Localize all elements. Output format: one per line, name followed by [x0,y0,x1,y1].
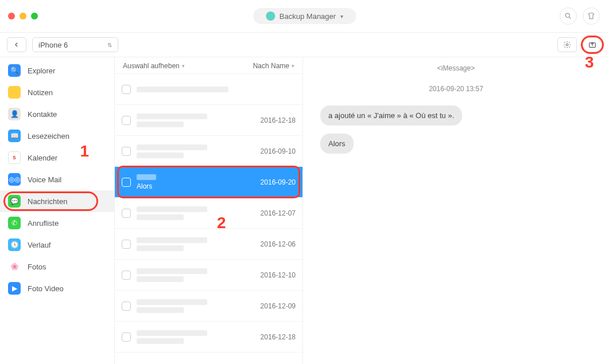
message-detail: <iMessage> 2016-09-20 13:57 a ajouté un … [303,57,609,364]
magnifier-icon: 🔍 [8,64,21,77]
sidebar-item-label: Lesezeichen [28,132,69,140]
backup-manager-icon [266,11,275,21]
sidebar-item-label: Notizen [28,88,53,97]
messages-icon: 💬 [8,195,21,208]
sidebar-item-anrufliste[interactable]: ✆Anrufliste [0,212,114,234]
row-date: 2016-09-20 [261,178,296,186]
list-item[interactable]: 2016-12-10 [115,260,302,291]
sort-button[interactable]: Nach Name▾ [253,62,294,70]
message-list: Auswahl aufheben▾ Nach Name▾ 2 2016-12-1… [115,57,303,364]
annotation-1: 1 [80,142,89,161]
message-bubble: Alors [320,134,354,154]
chevron-down-icon: ▾ [182,63,185,69]
sidebar-item-kontakte[interactable]: 👤Kontakte [0,103,114,125]
sidebar-item-label: Nachrichten [28,197,67,206]
list-item-selected[interactable]: Alors2016-09-20 [115,167,302,198]
sidebar-item-label: Kontakte [28,110,57,119]
annotation-3: 3 [585,53,594,72]
row-checkbox[interactable] [122,209,131,218]
svg-point-2 [566,44,568,46]
contacts-icon: 👤 [8,108,21,120]
sidebar-item-lesezeichen[interactable]: 📖Lesezeichen [0,125,114,147]
voicemail-icon: ◎◎ [8,173,21,186]
fullscreen-window-button[interactable] [31,13,38,19]
row-checkbox[interactable] [122,85,131,94]
sidebar-item-verlauf[interactable]: 🕓Verlauf [0,234,114,256]
sidebar-item-label: Explorer [28,66,55,75]
mode-selector[interactable]: Backup Manager ▾ [253,8,356,24]
photos-icon: 🌸 [8,260,21,273]
row-date: 2016-12-18 [261,116,296,124]
export-icon [588,41,597,49]
phone-icon: ✆ [8,217,21,229]
sidebar-item-label: Kalender [28,154,57,162]
row-date: 2016-12-07 [261,209,296,217]
row-checkbox[interactable] [122,302,131,311]
shop-button[interactable] [583,7,600,25]
sidebar-item-label: Foto Video [28,284,64,293]
row-checkbox[interactable] [122,116,131,125]
sidebar-item-label: Anrufliste [28,219,59,228]
close-window-button[interactable] [8,13,15,19]
svg-line-1 [569,17,571,19]
updown-icon: ⇅ [107,42,112,48]
device-selector[interactable]: iPhone 6 ⇅ [32,37,118,52]
row-checkbox[interactable] [122,147,131,156]
message-bubble: a ajouté un « J'aime » à « Où est tu ». [320,105,462,126]
list-item[interactable]: 2016-12-18 [115,105,302,136]
deselect-all-button[interactable]: Auswahl aufheben▾ [123,62,185,70]
export-button[interactable] [583,37,602,52]
chevron-left-icon [14,42,20,48]
list-item[interactable]: 2016-12-18 [115,322,302,353]
row-checkbox[interactable] [122,271,131,280]
row-date: 2016-12-10 [261,271,296,279]
notes-icon [8,86,21,99]
chevron-down-icon: ▾ [292,63,294,69]
sidebar-item-label: Fotos [28,263,46,271]
row-date: 2016-12-18 [261,333,296,341]
settings-button[interactable] [557,37,577,52]
sidebar-item-label: Voice Mail [28,175,61,184]
video-icon: ▶ [8,282,21,295]
svg-point-0 [565,13,569,17]
history-icon: 🕓 [8,238,21,251]
list-item[interactable] [115,74,302,105]
list-item[interactable]: 2016-12-09 [115,291,302,322]
search-icon [564,12,572,20]
calendar-icon: 5 [8,151,21,164]
row-date: 2016-09-10 [261,147,296,155]
sidebar-item-fotovideo[interactable]: ▶Foto Video [0,277,114,299]
row-checkbox[interactable] [122,240,131,249]
list-item[interactable]: 2016-09-10 [115,136,302,167]
list-item[interactable]: 2016-12-06 [115,229,302,260]
detail-timestamp: 2016-09-20 13:57 [429,85,483,93]
row-date: 2016-12-06 [261,240,296,248]
main-content: 🔍Explorer Notizen 👤Kontakte 📖Lesezeichen… [0,57,609,364]
bookmark-icon: 📖 [8,130,21,142]
row-preview: Alors [137,182,255,190]
sidebar-item-kalender[interactable]: 5Kalender1 [0,147,114,169]
row-checkbox[interactable] [122,332,131,342]
list-rows: 2 2016-12-18 2016-09-10 Alors2016-09-20 … [115,74,302,353]
sidebar-item-fotos[interactable]: 🌸Fotos [0,256,114,277]
sidebar: 🔍Explorer Notizen 👤Kontakte 📖Lesezeichen… [0,57,115,364]
tshirt-icon [587,12,595,20]
sidebar-item-notizen[interactable]: Notizen [0,81,114,103]
chevron-down-icon: ▾ [340,13,343,19]
back-button[interactable] [7,37,26,52]
gear-icon [563,41,571,49]
list-header: Auswahl aufheben▾ Nach Name▾ [115,57,302,74]
window-controls [8,13,38,19]
sidebar-item-voicemail[interactable]: ◎◎Voice Mail [0,169,114,190]
list-item[interactable]: 2016-12-07 [115,198,302,229]
row-checkbox[interactable] [122,178,131,187]
mode-label: Backup Manager [280,12,336,21]
sidebar-item-nachrichten[interactable]: 💬Nachrichten [0,190,114,212]
sidebar-item-explorer[interactable]: 🔍Explorer [0,60,114,81]
titlebar: Backup Manager ▾ [0,0,609,32]
minimize-window-button[interactable] [20,13,26,19]
annotation-2: 2 [217,214,226,232]
sidebar-item-label: Verlauf [28,241,51,249]
search-button[interactable] [560,7,577,25]
toolbar: iPhone 6 ⇅ 3 [0,32,609,57]
